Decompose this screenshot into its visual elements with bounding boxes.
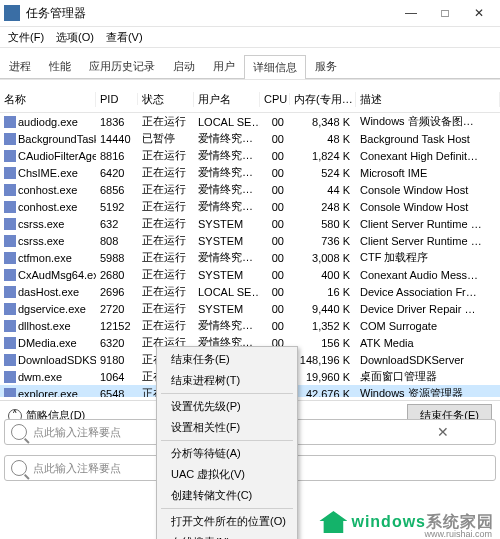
- tab-4[interactable]: 用户: [204, 54, 244, 78]
- cell-desc: Client Server Runtime …: [356, 218, 500, 230]
- menu-file[interactable]: 文件(F): [4, 28, 48, 47]
- cell-user: SYSTEM: [194, 303, 260, 315]
- tab-0[interactable]: 进程: [0, 54, 40, 78]
- cell-pid: 6856: [96, 184, 138, 196]
- context-menu-item[interactable]: 设置优先级(P): [157, 396, 297, 417]
- cell-desc: DownloadSDKServer: [356, 354, 500, 366]
- tab-2[interactable]: 应用历史记录: [80, 54, 164, 78]
- process-icon: [4, 320, 16, 332]
- cell-pid: 14440: [96, 133, 138, 145]
- context-menu-item[interactable]: 打开文件所在的位置(O): [157, 511, 297, 532]
- minimize-button[interactable]: —: [394, 3, 428, 23]
- table-row[interactable]: ctfmon.exe5988正在运行爱情终究…003,008 KCTF 加载程序: [0, 249, 500, 266]
- cell-user: LOCAL SE…: [194, 116, 260, 128]
- table-row[interactable]: dgservice.exe2720正在运行SYSTEM009,440 KDevi…: [0, 300, 500, 317]
- context-menu-item[interactable]: 设置相关性(F): [157, 417, 297, 438]
- cell-desc: Client Server Runtime …: [356, 235, 500, 247]
- tab-6[interactable]: 服务: [306, 54, 346, 78]
- cell-cpu: 00: [260, 286, 290, 298]
- cell-mem: 580 K: [290, 218, 356, 230]
- context-menu-item[interactable]: 分析等待链(A): [157, 443, 297, 464]
- close-icon[interactable]: ✕: [437, 424, 449, 440]
- cell-name: DMedia.exe: [0, 337, 96, 349]
- cell-mem: 148,196 K: [290, 354, 356, 366]
- cell-desc: CTF 加载程序: [356, 250, 500, 265]
- placeholder-text: 点此输入注释要点: [33, 425, 121, 440]
- maximize-button[interactable]: □: [428, 3, 462, 23]
- process-icon: [4, 167, 16, 179]
- cell-name: csrss.exe: [0, 235, 96, 247]
- cell-pid: 5192: [96, 201, 138, 213]
- cell-desc: ATK Media: [356, 337, 500, 349]
- cell-desc: Background Task Host: [356, 133, 500, 145]
- process-icon: [4, 116, 16, 128]
- cell-name: dllhost.exe: [0, 320, 96, 332]
- col-status[interactable]: 状态: [138, 92, 194, 107]
- cell-pid: 808: [96, 235, 138, 247]
- table-row[interactable]: CxAudMsg64.exe2680正在运行SYSTEM00400 KConex…: [0, 266, 500, 283]
- cell-name: CAudioFilterAgent…: [0, 150, 96, 162]
- menubar: 文件(F) 选项(O) 查看(V): [0, 27, 500, 48]
- cell-mem: 156 K: [290, 337, 356, 349]
- context-menu: 结束任务(E)结束进程树(T)设置优先级(P)设置相关性(F)分析等待链(A)U…: [156, 346, 298, 539]
- house-icon: [319, 511, 347, 533]
- tab-5[interactable]: 详细信息: [244, 55, 306, 79]
- cell-pid: 6320: [96, 337, 138, 349]
- table-row[interactable]: conhost.exe6856正在运行爱情终究…0044 KConsole Wi…: [0, 181, 500, 198]
- cell-name: dgservice.exe: [0, 303, 96, 315]
- menu-view[interactable]: 查看(V): [102, 28, 147, 47]
- cell-pid: 632: [96, 218, 138, 230]
- table-row[interactable]: dasHost.exe2696正在运行LOCAL SE…0016 KDevice…: [0, 283, 500, 300]
- col-user[interactable]: 用户名: [194, 92, 260, 107]
- context-menu-item[interactable]: 在线搜索(N): [157, 532, 297, 539]
- cell-pid: 8816: [96, 150, 138, 162]
- menu-options[interactable]: 选项(O): [52, 28, 98, 47]
- table-row[interactable]: CAudioFilterAgent…8816正在运行爱情终究…001,824 K…: [0, 147, 500, 164]
- process-icon: [4, 337, 16, 349]
- tab-3[interactable]: 启动: [164, 54, 204, 78]
- process-icon: [4, 303, 16, 315]
- col-name[interactable]: 名称: [0, 92, 96, 107]
- cell-status: 正在运行: [138, 284, 194, 299]
- cell-mem: 42,676 K: [290, 388, 356, 398]
- process-icon: [4, 184, 16, 196]
- cell-status: 正在运行: [138, 318, 194, 333]
- titlebar: 任务管理器 — □ ✕: [0, 0, 500, 27]
- col-mem[interactable]: 内存(专用…: [290, 92, 356, 107]
- search-icon: [11, 460, 27, 476]
- window-title: 任务管理器: [26, 5, 394, 22]
- table-row[interactable]: dllhost.exe12152正在运行爱情终究…001,352 KCOM Su…: [0, 317, 500, 334]
- table-row[interactable]: audiodg.exe1836正在运行LOCAL SE…008,348 KWin…: [0, 113, 500, 130]
- context-menu-item[interactable]: 创建转储文件(C): [157, 485, 297, 506]
- cell-pid: 1064: [96, 371, 138, 383]
- col-desc[interactable]: 描述: [356, 92, 500, 107]
- table-row[interactable]: ChsIME.exe6420正在运行爱情终究…00524 KMicrosoft …: [0, 164, 500, 181]
- cell-user: SYSTEM: [194, 218, 260, 230]
- cell-desc: Conexant Audio Mess…: [356, 269, 500, 281]
- context-menu-item[interactable]: UAC 虚拟化(V): [157, 464, 297, 485]
- tab-1[interactable]: 性能: [40, 54, 80, 78]
- cell-name: dwm.exe: [0, 371, 96, 383]
- context-menu-item[interactable]: 结束进程树(T): [157, 370, 297, 391]
- cell-mem: 3,008 K: [290, 252, 356, 264]
- context-menu-item[interactable]: 结束任务(E): [157, 349, 297, 370]
- cell-name: DownloadSDKServ…: [0, 354, 96, 366]
- table-row[interactable]: csrss.exe632正在运行SYSTEM00580 KClient Serv…: [0, 215, 500, 232]
- cell-desc: Windows 资源管理器: [356, 386, 500, 397]
- cell-desc: Device Driver Repair …: [356, 303, 500, 315]
- col-cpu[interactable]: CPU: [260, 93, 290, 105]
- close-button[interactable]: ✕: [462, 3, 496, 23]
- search-icon: [11, 424, 27, 440]
- table-row[interactable]: conhost.exe5192正在运行爱情终究…00248 KConsole W…: [0, 198, 500, 215]
- cell-pid: 6548: [96, 388, 138, 398]
- process-icon: [4, 235, 16, 247]
- cell-status: 正在运行: [138, 216, 194, 231]
- col-pid[interactable]: PID: [96, 93, 138, 105]
- table-row[interactable]: BackgroundTaskH…14440已暂停爱情终究…0048 KBackg…: [0, 130, 500, 147]
- cell-pid: 6420: [96, 167, 138, 179]
- placeholder-text: 点此输入注释要点: [33, 461, 121, 476]
- cell-user: SYSTEM: [194, 235, 260, 247]
- table-row[interactable]: csrss.exe808正在运行SYSTEM00736 KClient Serv…: [0, 232, 500, 249]
- cell-mem: 248 K: [290, 201, 356, 213]
- cell-name: csrss.exe: [0, 218, 96, 230]
